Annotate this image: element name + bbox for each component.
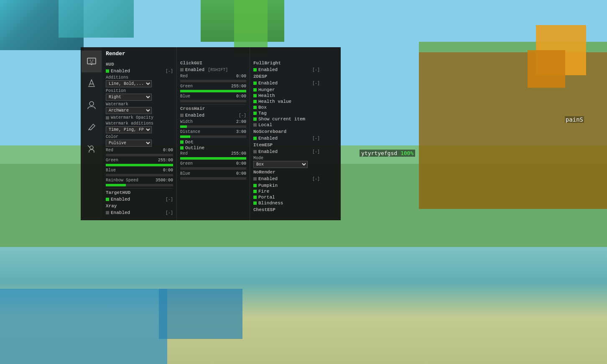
pain-label: painS [565, 116, 584, 123]
ch-green-slider[interactable] [180, 167, 246, 170]
xray-indicator [106, 211, 109, 214]
fire-indicator [253, 190, 257, 193]
hud-red-value: 0:00 [163, 148, 173, 153]
target-hud-indicator [106, 198, 109, 201]
hud-green-fill [106, 164, 173, 166]
crosshair-bracket[interactable]: [-] [239, 113, 246, 118]
fire-row[interactable]: Fire [253, 189, 320, 194]
ch-red-slider[interactable] [180, 157, 246, 160]
noRender-bracket[interactable]: [-] [312, 177, 320, 181]
distance-fill [180, 135, 190, 138]
xray-enabled-text: Enabled [111, 210, 130, 215]
mode-row: Box Corners [253, 161, 320, 168]
hud-red-slider[interactable] [106, 154, 173, 156]
noScoreboard-label: NoScoreboard [253, 129, 320, 134]
itemESP-bracket[interactable]: [-] [312, 150, 320, 154]
sidebar-icon-3[interactable] [82, 94, 102, 116]
fullbright-bracket[interactable]: [-] [312, 68, 320, 72]
hud-bracket[interactable]: [-] [166, 69, 173, 74]
cg-green-value: 255:00 [231, 84, 246, 89]
hud-green-slider[interactable] [106, 164, 173, 166]
hud-blue-slider[interactable] [106, 174, 173, 176]
tag-row[interactable]: Tag [253, 111, 320, 116]
sidebar-icon-4[interactable] [82, 116, 102, 137]
noScoreboard-indicator [253, 137, 257, 140]
ch-blue-value: 0:00 [236, 171, 246, 176]
health-value-row[interactable]: Health value [253, 99, 320, 104]
twodesp-enabled-row: Enabled [-] [253, 81, 320, 86]
dot-row[interactable]: Dot [180, 140, 246, 145]
noRender-enabled-text: Enabled [258, 176, 278, 181]
distance-slider[interactable] [180, 135, 246, 138]
position-label: Position [106, 89, 173, 93]
noScoreboard-bracket[interactable]: [-] [312, 136, 320, 141]
dot-indicator [180, 140, 184, 144]
noRender-label: NoRender [253, 170, 320, 175]
portal-row[interactable]: Portal [253, 195, 320, 200]
health-row[interactable]: Health [253, 93, 320, 98]
hud-green-value: 255:00 [158, 158, 173, 163]
rainbow-speed-slider[interactable] [106, 184, 173, 186]
fullbright-enabled-text: Enabled [258, 67, 278, 72]
target-hud-bracket[interactable]: [-] [166, 197, 173, 202]
ch-blue-slider[interactable] [180, 177, 246, 180]
nametag: ytyrtyefgsd 100% [360, 150, 415, 157]
ch-red-fill [180, 157, 246, 160]
health-indicator [253, 94, 257, 97]
hud-green-label: Green [106, 158, 118, 163]
itemESP-enabled-label: Enabled [253, 149, 278, 154]
hud-enabled-indicator [106, 69, 109, 73]
watermark-opacity-label: Watermark Opacity [111, 115, 153, 120]
itemESP-indicator [253, 150, 257, 153]
watermark-opacity-row: Watermark Opacity [106, 115, 173, 120]
color-select[interactable]: Pulsive [106, 140, 152, 147]
hud-blue-slider-section: Blue 0:00 [106, 168, 173, 176]
rainbow-speed-value: 3500:00 [156, 178, 173, 183]
mode-select[interactable]: Box Corners [253, 161, 308, 168]
distance-value: 3:00 [236, 130, 246, 135]
width-value: 2:00 [236, 120, 246, 125]
show-current-item-row[interactable]: Show current item [253, 117, 320, 122]
watermark-opacity-cb[interactable] [106, 116, 109, 120]
color-label: Color [106, 135, 173, 139]
sidebar-icon-2[interactable] [82, 72, 102, 94]
cg-blue-value: 0:00 [236, 94, 246, 99]
sidebar-icon-render[interactable] [82, 51, 102, 72]
cg-red-slider[interactable] [180, 80, 246, 82]
crosshair-indicator [180, 114, 184, 117]
xray-bracket[interactable]: [-] [166, 211, 173, 215]
hud-blue-value: 0:00 [163, 168, 173, 173]
svg-point-3 [90, 60, 91, 61]
crosshair-divider [180, 104, 246, 104]
position-select[interactable]: Right [106, 94, 152, 101]
noScoreboard-enabled-text: Enabled [258, 136, 278, 141]
twodesp-bracket[interactable]: [-] [312, 81, 320, 86]
svg-point-6 [90, 146, 93, 149]
additions-select[interactable]: Line, Bold,... [106, 80, 152, 87]
watermark-select[interactable]: ArchWare [106, 107, 152, 114]
cg-blue-section: Blue 0:00 [180, 94, 246, 102]
noScoreboard-enabled-row: Enabled [-] [253, 136, 320, 141]
portal-label: Portal [258, 195, 275, 200]
watermark-label: Watermark [106, 102, 173, 107]
sidebar-icon-5[interactable] [82, 137, 102, 159]
sidebar [81, 47, 102, 220]
nametag-hp: 100% [400, 150, 413, 156]
watermark-additions-select[interactable]: Time, Ping, FPS,... [106, 126, 152, 133]
width-label: Width [180, 120, 193, 124]
noRender-enabled-label: Enabled [253, 176, 278, 181]
hud-column: Render HUD Enabled [-] Additions Line, B… [102, 47, 177, 220]
hud-green-slider-section: Green 255:00 [106, 158, 173, 166]
watermark-additions-row: Time, Ping, FPS,... [106, 126, 173, 133]
cg-blue-slider[interactable] [180, 100, 246, 102]
cg-green-label: Green [180, 84, 193, 89]
outline-row[interactable]: Outline [180, 145, 246, 150]
pumpkin-row[interactable]: Pumpkin [253, 183, 320, 188]
cg-green-slider[interactable] [180, 90, 246, 92]
box-row[interactable]: Box [253, 105, 320, 110]
blindness-row[interactable]: Blindness [253, 201, 320, 206]
hunger-row[interactable]: Hunger [253, 87, 320, 92]
box-indicator [253, 106, 257, 109]
local-row[interactable]: Local [253, 122, 320, 127]
width-slider[interactable] [180, 125, 246, 128]
